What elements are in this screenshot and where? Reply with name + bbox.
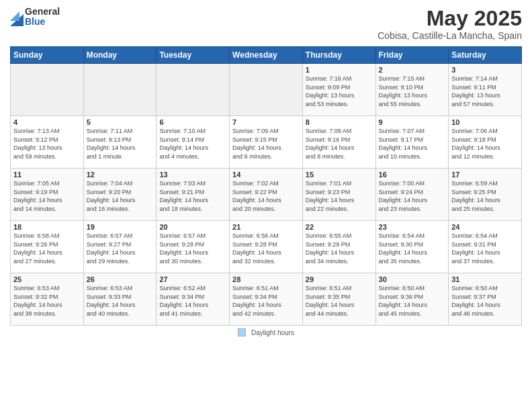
day-number: 14 [232, 171, 300, 179]
day-info: Sunrise: 7:01 AM Sunset: 9:23 PM Dayligh… [306, 179, 373, 213]
col-tuesday: Tuesday [157, 47, 230, 64]
header-row: Sunday Monday Tuesday Wednesday Thursday… [11, 47, 522, 64]
day-info: Sunrise: 7:07 AM Sunset: 9:17 PM Dayligh… [379, 127, 446, 161]
day-number: 4 [13, 118, 81, 126]
day-info: Sunrise: 7:10 AM Sunset: 9:14 PM Dayligh… [159, 127, 226, 161]
day-info: Sunrise: 7:03 AM Sunset: 9:21 PM Dayligh… [159, 179, 226, 213]
day-number: 13 [159, 171, 226, 179]
title-block: May 2025 Cobisa, Castille-La Mancha, Spa… [378, 7, 522, 41]
table-row: 29Sunrise: 6:51 AM Sunset: 9:35 PM Dayli… [302, 273, 375, 326]
day-info: Sunrise: 7:15 AM Sunset: 9:10 PM Dayligh… [379, 75, 446, 108]
calendar-header: Sunday Monday Tuesday Wednesday Thursday… [11, 47, 522, 64]
logo-general: General [25, 7, 60, 17]
day-number: 17 [451, 171, 519, 179]
day-info: Sunrise: 6:53 AM Sunset: 9:33 PM Dayligh… [87, 284, 154, 318]
day-number: 28 [232, 275, 300, 283]
calendar-table: Sunday Monday Tuesday Wednesday Thursday… [10, 46, 522, 326]
day-number: 24 [451, 223, 519, 231]
day-info: Sunrise: 6:50 AM Sunset: 9:36 PM Dayligh… [379, 284, 446, 318]
day-number: 1 [306, 66, 373, 74]
day-info: Sunrise: 6:54 AM Sunset: 9:30 PM Dayligh… [379, 232, 446, 265]
day-number: 22 [306, 223, 373, 231]
table-row: 22Sunrise: 6:55 AM Sunset: 9:29 PM Dayli… [302, 221, 375, 273]
table-row: 31Sunrise: 6:50 AM Sunset: 9:37 PM Dayli… [449, 273, 522, 326]
day-info: Sunrise: 6:53 AM Sunset: 9:32 PM Dayligh… [13, 284, 81, 318]
calendar-title: May 2025 [378, 7, 522, 30]
day-number: 3 [451, 66, 519, 74]
day-number: 16 [379, 171, 446, 179]
calendar-subtitle: Cobisa, Castille-La Mancha, Spain [378, 30, 522, 41]
day-number: 2 [379, 66, 446, 74]
calendar-body: 1Sunrise: 7:16 AM Sunset: 9:09 PM Daylig… [11, 64, 522, 326]
table-row: 26Sunrise: 6:53 AM Sunset: 9:33 PM Dayli… [83, 273, 157, 326]
day-info: Sunrise: 6:58 AM Sunset: 9:26 PM Dayligh… [13, 232, 81, 265]
table-row: 9Sunrise: 7:07 AM Sunset: 9:17 PM Daylig… [375, 116, 449, 169]
day-number: 9 [379, 118, 446, 126]
table-row [157, 64, 230, 116]
table-row: 2Sunrise: 7:15 AM Sunset: 9:10 PM Daylig… [375, 64, 449, 116]
table-row: 8Sunrise: 7:08 AM Sunset: 9:16 PM Daylig… [302, 116, 375, 169]
day-number: 30 [379, 275, 446, 283]
day-info: Sunrise: 6:54 AM Sunset: 9:31 PM Dayligh… [451, 232, 519, 265]
day-number: 12 [87, 171, 154, 179]
table-row: 7Sunrise: 7:09 AM Sunset: 9:15 PM Daylig… [230, 116, 303, 169]
table-row: 23Sunrise: 6:54 AM Sunset: 9:30 PM Dayli… [375, 221, 449, 273]
col-friday: Friday [375, 47, 449, 64]
logo-blue: Blue [25, 17, 60, 27]
table-row: 1Sunrise: 7:16 AM Sunset: 9:09 PM Daylig… [302, 64, 375, 116]
table-row: 30Sunrise: 6:50 AM Sunset: 9:36 PM Dayli… [375, 273, 449, 326]
table-row: 4Sunrise: 7:13 AM Sunset: 9:12 PM Daylig… [11, 116, 84, 169]
day-info: Sunrise: 6:52 AM Sunset: 9:34 PM Dayligh… [159, 284, 226, 318]
table-row: 15Sunrise: 7:01 AM Sunset: 9:23 PM Dayli… [302, 169, 375, 221]
table-row: 19Sunrise: 6:57 AM Sunset: 9:27 PM Dayli… [83, 221, 157, 273]
footer: Daylight hours [10, 328, 522, 336]
table-row: 12Sunrise: 7:04 AM Sunset: 9:20 PM Dayli… [83, 169, 157, 221]
day-info: Sunrise: 7:11 AM Sunset: 9:13 PM Dayligh… [87, 127, 154, 161]
day-info: Sunrise: 7:13 AM Sunset: 9:12 PM Dayligh… [13, 127, 81, 161]
table-row: 24Sunrise: 6:54 AM Sunset: 9:31 PM Dayli… [449, 221, 522, 273]
day-number: 15 [306, 171, 373, 179]
day-number: 29 [306, 275, 373, 283]
day-number: 27 [159, 275, 226, 283]
day-info: Sunrise: 6:57 AM Sunset: 9:28 PM Dayligh… [159, 232, 226, 265]
table-row [83, 64, 157, 116]
day-info: Sunrise: 7:04 AM Sunset: 9:20 PM Dayligh… [87, 179, 154, 213]
day-info: Sunrise: 6:55 AM Sunset: 9:29 PM Dayligh… [306, 232, 373, 265]
calendar-week-5: 25Sunrise: 6:53 AM Sunset: 9:32 PM Dayli… [11, 273, 522, 326]
table-row: 21Sunrise: 6:56 AM Sunset: 9:28 PM Dayli… [230, 221, 303, 273]
logo-icon [10, 7, 24, 26]
logo-text: General Blue [25, 7, 60, 28]
page: General Blue May 2025 Cobisa, Castille-L… [0, 0, 532, 411]
day-info: Sunrise: 6:56 AM Sunset: 9:28 PM Dayligh… [232, 232, 300, 265]
day-number: 18 [13, 223, 81, 231]
table-row: 6Sunrise: 7:10 AM Sunset: 9:14 PM Daylig… [157, 116, 230, 169]
col-sunday: Sunday [11, 47, 84, 64]
header: General Blue May 2025 Cobisa, Castille-L… [10, 7, 522, 41]
table-row [230, 64, 303, 116]
day-info: Sunrise: 7:14 AM Sunset: 9:11 PM Dayligh… [451, 75, 519, 108]
daylight-swatch [238, 328, 246, 336]
day-info: Sunrise: 7:05 AM Sunset: 9:19 PM Dayligh… [13, 179, 81, 213]
table-row: 20Sunrise: 6:57 AM Sunset: 9:28 PM Dayli… [157, 221, 230, 273]
calendar-week-3: 11Sunrise: 7:05 AM Sunset: 9:19 PM Dayli… [11, 169, 522, 221]
day-info: Sunrise: 6:51 AM Sunset: 9:34 PM Dayligh… [232, 284, 300, 318]
calendar-week-2: 4Sunrise: 7:13 AM Sunset: 9:12 PM Daylig… [11, 116, 522, 169]
day-info: Sunrise: 6:50 AM Sunset: 9:37 PM Dayligh… [451, 284, 519, 318]
table-row: 5Sunrise: 7:11 AM Sunset: 9:13 PM Daylig… [83, 116, 157, 169]
table-row: 16Sunrise: 7:00 AM Sunset: 9:24 PM Dayli… [375, 169, 449, 221]
table-row: 28Sunrise: 6:51 AM Sunset: 9:34 PM Dayli… [230, 273, 303, 326]
day-number: 5 [87, 118, 154, 126]
day-info: Sunrise: 7:08 AM Sunset: 9:16 PM Dayligh… [306, 127, 373, 161]
table-row [11, 64, 84, 116]
day-number: 8 [306, 118, 373, 126]
table-row: 18Sunrise: 6:58 AM Sunset: 9:26 PM Dayli… [11, 221, 84, 273]
table-row: 3Sunrise: 7:14 AM Sunset: 9:11 PM Daylig… [449, 64, 522, 116]
table-row: 13Sunrise: 7:03 AM Sunset: 9:21 PM Dayli… [157, 169, 230, 221]
day-number: 11 [13, 171, 81, 179]
day-number: 20 [159, 223, 226, 231]
day-number: 6 [159, 118, 226, 126]
col-saturday: Saturday [449, 47, 522, 64]
day-number: 23 [379, 223, 446, 231]
col-thursday: Thursday [302, 47, 375, 64]
day-info: Sunrise: 6:59 AM Sunset: 9:25 PM Dayligh… [451, 179, 519, 213]
